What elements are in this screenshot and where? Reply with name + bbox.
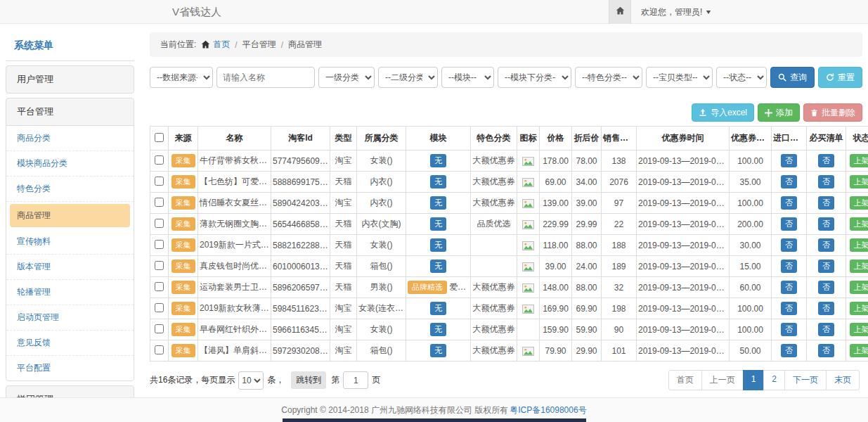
must-buy-badge[interactable]: 否 [818,323,834,335]
status-badge[interactable]: 上架 [850,344,868,357]
per-page-select[interactable]: 10 [238,371,264,390]
import-select-badge[interactable]: 否 [781,238,797,251]
import-select-badge[interactable]: 否 [781,344,797,357]
add-button[interactable]: 添加 [758,103,800,122]
must-buy-badge[interactable]: 否 [818,154,834,167]
name-cell: 真皮钱包时尚优雅女士... [198,256,271,277]
module-badge[interactable]: 无 [430,238,446,251]
category-cell: 箱包() [357,340,406,362]
jump-button[interactable]: 跳转到 [291,371,326,389]
module-badge[interactable]: 无 [430,323,446,335]
sidebar-item-模块商品分类[interactable]: 模块商品分类 [6,151,134,177]
page-button-末页[interactable]: 末页 [826,370,860,390]
sidebar-item-宣传物料[interactable]: 宣传物料 [6,229,134,255]
import-select-badge[interactable]: 否 [781,154,797,167]
must-buy-badge[interactable]: 否 [818,196,834,209]
must-buy-badge[interactable]: 否 [818,175,834,188]
column-header-淘客Id: 淘客Id [271,127,330,151]
filter-select-5[interactable]: --宝贝类型-- [646,67,713,88]
product-image-icon [522,347,534,356]
row-checkbox[interactable] [155,240,164,249]
status-badge[interactable]: 上架 [850,281,868,293]
row-checkbox[interactable] [155,324,164,333]
filter-select-4[interactable]: --特色分类-- [575,67,642,88]
footer-icp-link[interactable]: 粤ICP备16098006号 [510,404,586,416]
filter-select-2[interactable]: --模块-- [441,67,494,88]
row-checkbox[interactable] [155,261,164,270]
row-checkbox[interactable] [155,303,164,312]
import-excel-button[interactable]: 导入excel [692,103,754,122]
status-badge[interactable]: 上架 [850,323,868,335]
must-buy-badge[interactable]: 否 [818,217,834,230]
sidebar-item-商品分类[interactable]: 商品分类 [6,126,134,151]
filter-select-1[interactable]: --二级分类-- [378,67,438,88]
must-buy-badge[interactable]: 否 [818,281,834,293]
status-badge[interactable]: 上架 [850,302,868,314]
page-button-下一页[interactable]: 下一页 [784,370,827,390]
sidebar-item-轮播管理[interactable]: 轮播管理 [6,280,134,305]
filter-select-3[interactable]: --模块下分类-- [498,67,571,88]
row-checkbox[interactable] [155,219,164,228]
row-checkbox[interactable] [155,282,164,291]
import-select-cell: 否 [772,151,807,172]
name-search-input[interactable] [216,67,315,88]
row-checkbox[interactable] [155,198,164,207]
sidebar-item-平台配置[interactable]: 平台配置 [6,356,134,381]
status-badge[interactable]: 上架 [850,238,868,251]
status-badge[interactable]: 上架 [850,175,868,188]
import-select-badge[interactable]: 否 [781,175,797,188]
must-buy-badge[interactable]: 否 [818,302,834,314]
import-select-cell: 否 [772,298,807,319]
import-select-badge[interactable]: 否 [781,217,797,230]
module-badge[interactable]: 无 [430,302,446,314]
batch-delete-button[interactable]: 批量删除 [803,103,862,122]
select-all-checkbox[interactable] [155,133,164,142]
reset-button[interactable]: 重置 [818,67,862,88]
filter-select-6[interactable]: --状态-- [716,67,767,88]
module-badge[interactable]: 无 [430,175,446,188]
sidebar-item-商品管理[interactable]: 商品管理 [10,204,130,227]
taoke-id-cell: 565446685867 [271,214,330,235]
breadcrumb-home-link[interactable]: 首页 [201,39,230,51]
sidebar-section-1[interactable]: 平台管理 [6,98,134,125]
module-badge[interactable]: 品牌精选 [408,281,447,293]
data-source-select[interactable]: --数据来源-- [150,67,213,88]
icon-cell [517,319,540,340]
sidebar-item-版本管理[interactable]: 版本管理 [6,255,134,280]
page-button-2[interactable]: 2 [763,370,785,390]
taoke-id-cell: 589620659791 [271,277,330,298]
module-badge[interactable]: 无 [430,217,446,230]
home-button[interactable] [609,0,631,24]
must-buy-badge[interactable]: 否 [818,238,834,251]
sidebar-section-0[interactable]: 用户管理 [6,66,134,93]
status-badge[interactable]: 上架 [850,217,868,230]
status-badge[interactable]: 上架 [850,196,868,209]
sidebar-item-意见反馈[interactable]: 意见反馈 [6,331,134,356]
breadcrumb-prefix: 当前位置: [160,39,196,51]
filter-select-0[interactable]: 一级分类 [318,67,375,88]
jump-page-input[interactable] [343,371,368,389]
must-buy-badge[interactable]: 否 [818,260,834,272]
import-select-badge[interactable]: 否 [781,196,797,209]
category-cell: 内衣(文胸) [357,214,406,235]
module-badge[interactable]: 无 [430,260,446,272]
row-checkbox[interactable] [155,177,164,186]
row-checkbox[interactable] [155,155,164,165]
sidebar-item-启动页管理[interactable]: 启动页管理 [6,305,134,331]
page-button-1[interactable]: 1 [743,370,765,390]
module-badge[interactable]: 无 [430,196,446,209]
must-buy-badge[interactable]: 否 [818,344,834,357]
status-badge[interactable]: 上架 [850,154,868,167]
import-select-badge[interactable]: 否 [781,281,797,293]
import-select-badge[interactable]: 否 [781,323,797,335]
user-menu[interactable]: 欢迎您，管理员! [641,6,711,18]
module-badge[interactable]: 无 [430,154,446,167]
import-select-badge[interactable]: 否 [781,260,797,272]
import-select-badge[interactable]: 否 [781,302,797,314]
row-checkbox[interactable] [155,345,164,354]
search-button[interactable]: 查询 [770,67,815,88]
content: 系统菜单 用户管理平台管理商品分类模块商品分类特色分类商品管理宣传物料版本管理轮… [0,24,868,422]
status-badge[interactable]: 上架 [850,260,868,272]
module-badge[interactable]: 无 [430,344,446,357]
sidebar-item-特色分类[interactable]: 特色分类 [6,177,134,202]
